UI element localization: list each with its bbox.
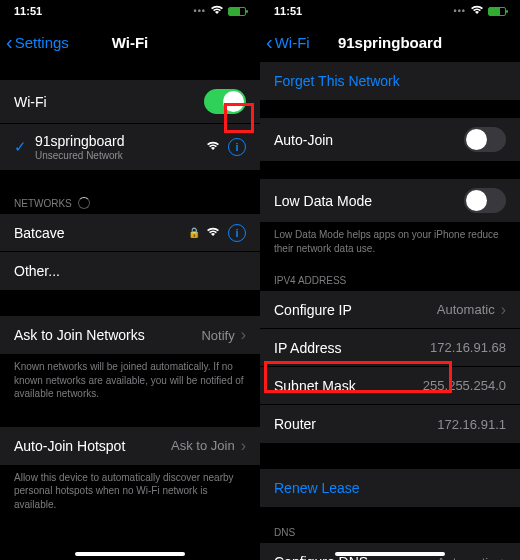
chevron-right-icon: ›: [241, 326, 246, 344]
battery-icon: [488, 7, 506, 16]
wifi-signal-icon: [206, 226, 220, 240]
nav-bar: ‹ Wi-Fi 91springboard: [260, 22, 520, 62]
network-name: 91springboard: [35, 133, 200, 149]
lock-icon: 🔒: [188, 227, 200, 238]
wifi-signal-icon: [206, 140, 220, 154]
ip-address-row: IP Address 172.16.91.68: [260, 329, 520, 367]
back-label: Wi-Fi: [275, 34, 310, 51]
nav-bar: ‹ Settings Wi-Fi: [0, 22, 260, 62]
wifi-icon: [210, 5, 224, 17]
ask-footer: Known networks will be joined automatica…: [0, 354, 260, 401]
router-row: Router 172.16.91.1: [260, 405, 520, 443]
configure-ip-row[interactable]: Configure IP Automatic ›: [260, 291, 520, 329]
low-data-row[interactable]: Low Data Mode: [260, 179, 520, 222]
other-label: Other...: [14, 263, 246, 279]
other-network-row[interactable]: Other...: [0, 252, 260, 290]
subnet-mask-row: Subnet Mask 255.255.254.0: [260, 367, 520, 405]
chevron-left-icon: ‹: [6, 32, 13, 52]
networks-header: NETWORKS: [0, 196, 260, 214]
back-button[interactable]: ‹ Settings: [0, 32, 69, 52]
auto-join-row[interactable]: Auto-Join: [260, 118, 520, 161]
home-indicator[interactable]: [75, 552, 185, 556]
info-icon[interactable]: i: [228, 224, 246, 242]
battery-icon: [228, 7, 246, 16]
status-icons: •••: [194, 5, 246, 17]
autojoin-label: Auto-Join: [274, 132, 464, 148]
connected-network-row[interactable]: ✓ 91springboard Unsecured Network i: [0, 124, 260, 170]
network-name: Batcave: [14, 225, 182, 241]
status-bar: 11:51 •••: [260, 0, 520, 22]
chevron-right-icon: ›: [501, 301, 506, 319]
network-row[interactable]: Batcave 🔒 i: [0, 214, 260, 252]
wifi-icon: [470, 5, 484, 17]
forget-network-button[interactable]: Forget This Network: [260, 62, 520, 100]
autojoin-toggle[interactable]: [464, 127, 506, 152]
clock: 11:51: [274, 5, 302, 17]
wifi-label: Wi-Fi: [14, 94, 204, 110]
dns-header: DNS: [260, 525, 520, 543]
network-sub: Unsecured Network: [35, 150, 200, 161]
hotspot-value: Ask to Join: [171, 438, 235, 453]
hotspot-footer: Allow this device to automatically disco…: [0, 465, 260, 512]
info-icon[interactable]: i: [228, 138, 246, 156]
spinner-icon: [78, 197, 90, 209]
ask-to-join-row[interactable]: Ask to Join Networks Notify ›: [0, 316, 260, 354]
clock: 11:51: [14, 5, 42, 17]
back-label: Settings: [15, 34, 69, 51]
lowdata-label: Low Data Mode: [274, 193, 464, 209]
chevron-right-icon: ›: [501, 553, 506, 560]
renew-lease-button[interactable]: Renew Lease: [260, 469, 520, 507]
ask-label: Ask to Join Networks: [14, 327, 201, 343]
wifi-settings-screen: 11:51 ••• ‹ Settings Wi-Fi Wi-Fi ✓ 91spr…: [0, 0, 260, 560]
status-icons: •••: [454, 5, 506, 17]
wifi-toggle-row[interactable]: Wi-Fi: [0, 80, 260, 124]
lowdata-toggle[interactable]: [464, 188, 506, 213]
home-indicator[interactable]: [335, 552, 445, 556]
hotspot-label: Auto-Join Hotspot: [14, 438, 171, 454]
checkmark-icon: ✓: [14, 138, 27, 156]
chevron-right-icon: ›: [241, 437, 246, 455]
ipv4-header: IPV4 ADDRESS: [260, 273, 520, 291]
auto-join-hotspot-row[interactable]: Auto-Join Hotspot Ask to Join ›: [0, 427, 260, 465]
ask-value: Notify: [201, 328, 234, 343]
wifi-toggle[interactable]: [204, 89, 246, 114]
lowdata-footer: Low Data Mode helps apps on your iPhone …: [260, 222, 520, 255]
status-bar: 11:51 •••: [0, 0, 260, 22]
network-details-screen: 11:51 ••• ‹ Wi-Fi 91springboard Forget T…: [260, 0, 520, 560]
chevron-left-icon: ‹: [266, 32, 273, 52]
back-button[interactable]: ‹ Wi-Fi: [260, 32, 310, 52]
